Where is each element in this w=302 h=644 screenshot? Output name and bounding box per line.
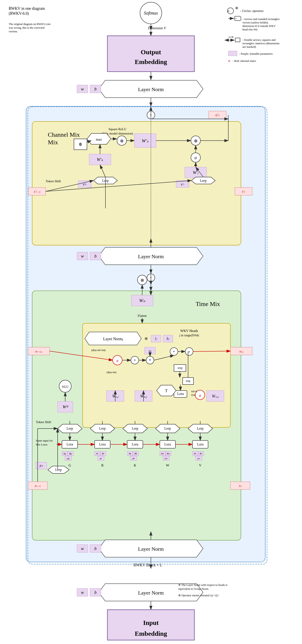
title-line2: (RWKV-6.0)	[9, 11, 29, 16]
svg-text:⊗: ⊗	[235, 6, 238, 10]
legend-purple: - Purple: trainable parameters	[239, 52, 273, 55]
T-op: T	[165, 388, 168, 393]
zero-box: 0	[79, 142, 82, 147]
output-embedding-label: Output	[141, 48, 161, 56]
channel-mix-label: Channel Mix	[48, 131, 80, 138]
lora-w: Lora	[164, 442, 171, 446]
label-g: G	[68, 464, 71, 467]
b-param-top: b	[94, 86, 97, 91]
svg-text:A×B: A×B	[228, 36, 233, 38]
subtitle-note: The original diagram on RWKV.com	[9, 22, 50, 26]
lerp-w: Lerp	[164, 426, 171, 430]
silu: SiLU	[62, 385, 68, 388]
lora-wkv: Lora	[177, 392, 184, 396]
label-v: V	[199, 464, 202, 467]
max-label: max	[96, 138, 102, 141]
wg-param: Wᵍ	[63, 404, 69, 409]
svg-text:a: a	[228, 9, 229, 12]
channel-mix-label2: Mix	[48, 139, 58, 146]
label-k: K	[134, 464, 136, 467]
layer-norm-bottom: Layer Norm	[138, 590, 164, 596]
lerp-g: Lerp	[67, 426, 73, 430]
j-range-label: j in range(D/64)	[179, 334, 199, 337]
x-prime-t: x'ₜ	[242, 190, 245, 193]
w-param-ch: w	[81, 254, 84, 258]
wk-prime-param: W'ₖ	[97, 157, 103, 162]
plus-wkv-right: +	[188, 350, 190, 354]
lerp-r-cm: Lerp	[200, 179, 207, 183]
svg-text:Br: Br	[102, 452, 105, 455]
svg-text:Bk: Bk	[134, 452, 137, 455]
svg-text:Bv: Bv	[200, 452, 202, 455]
svg-text:Av: Av	[194, 452, 196, 455]
legend-matrices3: are marked)	[242, 45, 256, 48]
note2: ⊛ Operator means einsum('i,ij->ij')	[178, 594, 218, 597]
lora-g: Lora	[67, 442, 73, 446]
mu-r-prime-param: μ'ᵣ	[181, 182, 184, 186]
svg-text:Bg: Bg	[69, 452, 72, 455]
svg-text:Bw: Bw	[167, 452, 170, 455]
note1-line2: equivalent to Group Norm.	[178, 587, 209, 590]
label-r: R	[101, 464, 104, 467]
lora-k: Lora	[132, 442, 138, 446]
square-relu-label: Square ReLU	[108, 127, 126, 131]
svg-text:μv: μv	[197, 457, 200, 460]
svg-text:Ag: Ag	[63, 452, 66, 455]
layer-norm-time: Layer Norm	[138, 546, 164, 552]
w-param-top: w	[81, 86, 84, 91]
legend-vectors3: dimension D if outside WKV	[242, 24, 276, 28]
mu-x-param: μₓ	[39, 464, 43, 468]
b-param-tm: b	[94, 546, 97, 551]
exp-box: exp	[186, 379, 190, 382]
lerp-x: Lerp	[55, 468, 62, 472]
token-shift-tm: Token Shift	[36, 420, 51, 424]
label-w: W	[166, 464, 169, 467]
b-param-bot: b	[94, 590, 97, 595]
asterisk-wkv2: *	[173, 350, 175, 354]
asterisk-wkv: *	[149, 358, 151, 363]
svg-text:Aw: Aw	[161, 452, 164, 455]
svg-text:0: 0	[235, 17, 237, 20]
a-circle-left: a	[116, 358, 118, 363]
a-tj-state: aₜ,ⱼ	[239, 350, 243, 353]
rwkv-block-label: RWKV Block × L	[133, 563, 162, 567]
lora-v: Lora	[197, 442, 204, 446]
lj-param: lⱼ	[155, 337, 157, 340]
svg-text:μk: μk	[132, 457, 135, 460]
softmax-label: Softmax	[144, 11, 158, 16]
a-t1j-state: aₜ₋₁,ⱼ	[35, 350, 42, 353]
lerp-r: Lerp	[99, 426, 106, 430]
output-embedding-label2: Embedding	[135, 58, 167, 65]
legend-matrices2: rectangles: matrices (dimensions	[242, 42, 279, 45]
wkv-heads-label: WKV Heads	[180, 329, 198, 333]
legend-vectors2: vectors (unless bolded,	[242, 21, 268, 24]
layer-norm-j: Layer Normⱼ	[103, 337, 123, 341]
layer-norm-top: Layer Norm	[138, 86, 164, 92]
svg-text:μw: μw	[165, 457, 168, 460]
wv-prime-param: W'ᵥ	[142, 138, 149, 144]
subtitle-note3: version.	[9, 30, 18, 33]
svg-rect-12	[235, 38, 240, 42]
uj-param: uⱼ	[149, 349, 152, 352]
token-shift-cm: Token Shift	[46, 180, 61, 183]
w-param-bot: w	[81, 590, 84, 595]
o-prime-t: o'ₜ	[215, 113, 220, 117]
dim-64: (dim 64)	[106, 370, 116, 374]
w-param-tm: w	[81, 546, 84, 551]
page: RWKV in one diagram (RWKV-6.0) The origi…	[0, 0, 302, 644]
input-embedding-label2: Embedding	[135, 630, 167, 637]
plus-wkv: +	[133, 358, 136, 362]
lerp-v: Lerp	[197, 426, 204, 430]
layer-norm-channel: Layer Norm	[138, 254, 164, 259]
lerp-k: Lerp	[132, 426, 138, 430]
mult-wo: ⊗	[140, 278, 144, 282]
xt-minus1-state: xₜ₋₁	[35, 484, 40, 488]
legend-circles: - Circles: operators	[240, 9, 263, 12]
subtitle-note2: was wrong, this is the corrected	[9, 26, 45, 29]
wr-prime-param: W'ᵣ	[193, 170, 199, 175]
svg-text:Ar: Ar	[96, 452, 99, 455]
svg-text:μr: μr	[100, 457, 102, 460]
title-line1: RWKV in one diagram	[9, 6, 45, 11]
mult-circle-cm: ⊗	[120, 138, 124, 143]
wvj-param: Wᵥ,ⱼ	[212, 394, 219, 398]
